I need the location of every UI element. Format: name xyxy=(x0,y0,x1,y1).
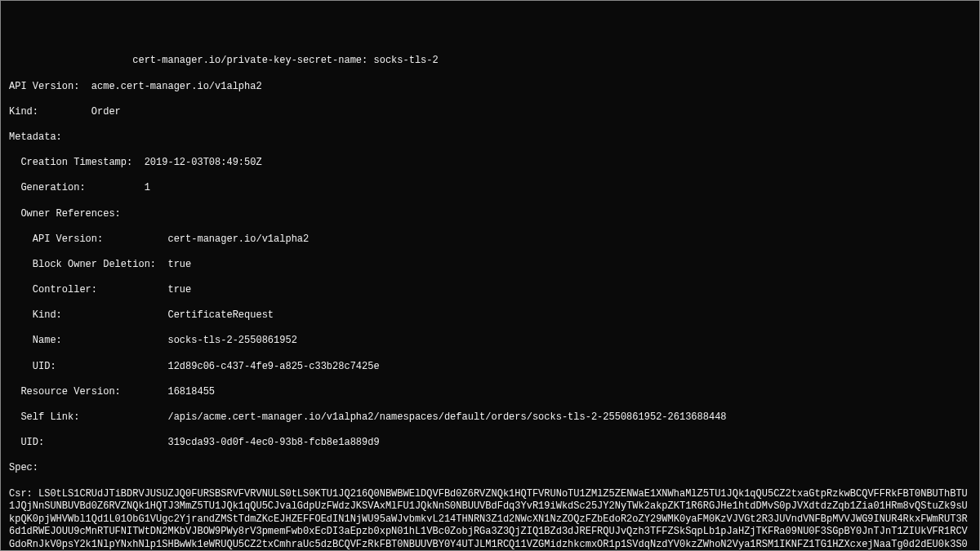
self-link-line: Self Link: /apis/acme.cert-manager.io/v1… xyxy=(9,411,971,424)
csr-prefix: Csr: xyxy=(9,488,38,500)
csr-part1: LS0tLS1CRUdJTiBDRVJUSUZJQ0FURSBSRVFVRVNU… xyxy=(9,488,968,551)
annotation-line: cert-manager.io/private-key-secret-name:… xyxy=(9,55,971,68)
metadata-header: Metadata: xyxy=(9,131,971,144)
spec-header: Spec: xyxy=(9,462,971,475)
api-version-line: API Version: acme.cert-manager.io/v1alph… xyxy=(9,81,971,94)
generation-line: Generation: 1 xyxy=(9,182,971,195)
controller-line: Controller: true xyxy=(9,284,971,297)
owner-kind-line: Kind: CertificateRequest xyxy=(9,309,971,322)
owner-uid-line: UID: 12d89c06-c437-4fe9-a825-c33b28c7425… xyxy=(9,361,971,374)
uid-line: UID: 319cda93-0d0f-4ec0-93b8-fcb8e1a889d… xyxy=(9,437,971,450)
owner-references-header: Owner References: xyxy=(9,208,971,221)
block-owner-deletion-line: Block Owner Deletion: true xyxy=(9,259,971,272)
owner-api-version-line: API Version: cert-manager.io/v1alpha2 xyxy=(9,233,971,247)
resource-version-line: Resource Version: 16818455 xyxy=(9,386,971,399)
csr-block: Csr: LS0tLS1CRUdJTiBDRVJUSUZJQ0FURSBSRVF… xyxy=(9,488,971,551)
kind-line: Kind: Order xyxy=(9,106,971,119)
creation-timestamp-line: Creation Timestamp: 2019-12-03T08:49:50Z xyxy=(9,157,971,170)
owner-name-line: Name: socks-tls-2-2550861952 xyxy=(9,335,971,348)
